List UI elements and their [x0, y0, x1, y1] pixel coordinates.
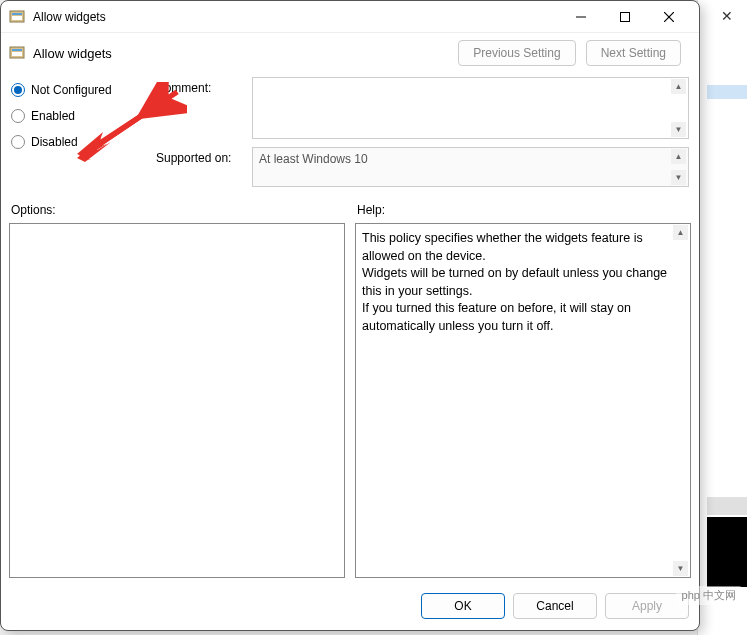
scroll-up-icon[interactable]: ▲ [673, 225, 688, 240]
state-radios: Not Configured Enabled Disabled [11, 77, 146, 187]
minimize-button[interactable] [559, 2, 603, 32]
form-column: Comment: ▲ ▼ Supported on: At least Wind… [156, 77, 689, 187]
bg-close-icon[interactable]: ✕ [721, 8, 733, 24]
bg-decoration [707, 517, 747, 587]
radio-label: Disabled [31, 135, 78, 149]
bg-decoration [707, 497, 747, 515]
radio-icon [11, 109, 25, 123]
svg-rect-9 [12, 52, 22, 56]
panels-section: Options: Help: This policy specifies whe… [1, 191, 699, 582]
comment-textarea[interactable]: ▲ ▼ [252, 77, 689, 139]
scroll-down-icon[interactable]: ▼ [671, 122, 686, 137]
radio-icon [11, 83, 25, 97]
help-label: Help: [355, 203, 691, 217]
window-controls [559, 2, 691, 32]
comment-label: Comment: [156, 77, 244, 139]
options-label: Options: [9, 203, 345, 217]
scroll-down-icon[interactable]: ▼ [671, 170, 686, 185]
close-button[interactable] [647, 2, 691, 32]
radio-label: Not Configured [31, 83, 112, 97]
watermark: php 中文网 [676, 586, 742, 605]
svg-rect-2 [12, 16, 22, 20]
radio-icon [11, 135, 25, 149]
maximize-button[interactable] [603, 2, 647, 32]
radio-label: Enabled [31, 109, 75, 123]
policy-name: Allow widgets [33, 46, 458, 61]
cancel-button[interactable]: Cancel [513, 593, 597, 619]
options-panel: Options: [9, 197, 345, 578]
radio-disabled[interactable]: Disabled [11, 135, 146, 149]
scrollbar[interactable]: ▲ ▼ [671, 149, 686, 185]
window-title: Allow widgets [33, 10, 559, 24]
scroll-down-icon[interactable]: ▼ [673, 561, 688, 576]
help-box: This policy specifies whether the widget… [355, 223, 691, 578]
comment-row: Comment: ▲ ▼ [156, 77, 689, 139]
previous-setting-button[interactable]: Previous Setting [458, 40, 575, 66]
help-content: This policy specifies whether the widget… [362, 231, 667, 333]
scrollbar[interactable]: ▲ ▼ [671, 79, 686, 137]
config-section: Not Configured Enabled Disabled Comment:… [1, 73, 699, 191]
svg-rect-1 [12, 13, 22, 15]
supported-row: Supported on: At least Windows 10 ▲ ▼ [156, 147, 689, 187]
scrollbar[interactable]: ▲ ▼ [673, 225, 688, 576]
nav-buttons: Previous Setting Next Setting [458, 40, 681, 66]
ok-button[interactable]: OK [421, 593, 505, 619]
titlebar: Allow widgets [1, 1, 699, 33]
dialog-footer: OK Cancel Apply [1, 582, 699, 630]
options-box [9, 223, 345, 578]
supported-label: Supported on: [156, 147, 244, 187]
supported-value: At least Windows 10 [259, 152, 368, 166]
scroll-up-icon[interactable]: ▲ [671, 149, 686, 164]
radio-not-configured[interactable]: Not Configured [11, 83, 146, 97]
subheader: Allow widgets Previous Setting Next Sett… [1, 33, 699, 73]
radio-enabled[interactable]: Enabled [11, 109, 146, 123]
policy-dialog: Allow widgets Allow widgets Previous Set… [0, 0, 700, 631]
svg-rect-8 [12, 49, 22, 51]
supported-textarea: At least Windows 10 ▲ ▼ [252, 147, 689, 187]
next-setting-button[interactable]: Next Setting [586, 40, 681, 66]
svg-rect-4 [621, 12, 630, 21]
scroll-up-icon[interactable]: ▲ [671, 79, 686, 94]
policy-icon [9, 45, 25, 61]
policy-icon [9, 9, 25, 25]
help-panel: Help: This policy specifies whether the … [355, 197, 691, 578]
bg-decoration [707, 85, 747, 99]
